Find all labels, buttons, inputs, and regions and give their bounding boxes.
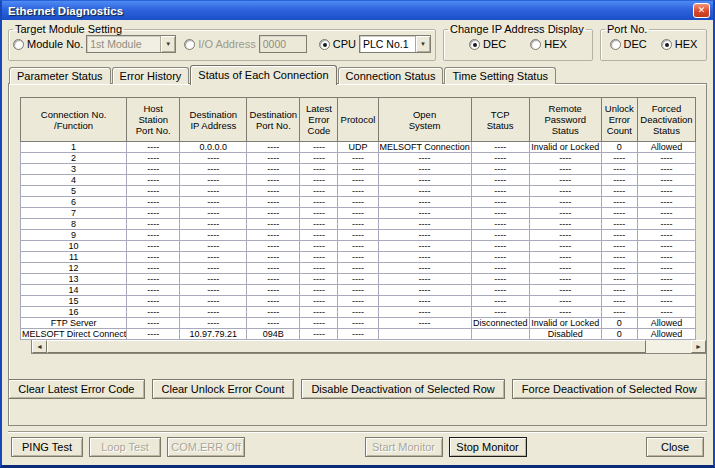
loop-test-button[interactable]: Loop Test <box>89 437 161 457</box>
start-monitor-button[interactable]: Start Monitor <box>365 437 443 457</box>
radio-ip-dec[interactable]: DEC <box>469 38 506 50</box>
table-cell: ---- <box>378 318 471 329</box>
tab-error-history[interactable]: Error History <box>112 67 190 84</box>
table-row[interactable]: 16--------------------------------------… <box>21 307 696 318</box>
table-row[interactable]: 5---------------------------------------… <box>21 186 696 197</box>
column-header: Open System <box>378 98 471 142</box>
table-cell: ---- <box>247 142 300 153</box>
table-cell: ---- <box>601 263 637 274</box>
table-cell: ---- <box>300 164 338 175</box>
table-row[interactable]: 14--------------------------------------… <box>21 285 696 296</box>
chevron-down-icon[interactable]: ▼ <box>415 36 430 52</box>
tab-time-setting-status[interactable]: Time Setting Status <box>444 67 556 84</box>
table-row[interactable]: 6---------------------------------------… <box>21 197 696 208</box>
table-row[interactable]: 2---------------------------------------… <box>21 153 696 164</box>
table-cell: ---- <box>601 164 637 175</box>
tab-strip: Parameter Status Error History Status of… <box>8 65 707 84</box>
scroll-left-icon[interactable]: ◄ <box>32 340 47 353</box>
table-cell: ---- <box>471 307 529 318</box>
table-cell: 7 <box>21 208 127 219</box>
title-bar[interactable]: Ethernet Diagnostics ✕ <box>2 1 713 20</box>
table-cell: Disabled <box>529 329 601 340</box>
stop-monitor-button[interactable]: Stop Monitor <box>449 437 527 457</box>
connection-table-body: 1----0.0.0.0--------UDPMELSOFT Connectio… <box>21 142 696 340</box>
radio-ip-hex[interactable]: HEX <box>530 38 567 50</box>
table-cell: ---- <box>637 219 695 230</box>
table-cell: ---- <box>529 175 601 186</box>
radio-cpu[interactable]: CPU <box>319 38 356 50</box>
table-cell: Allowed <box>637 329 695 340</box>
monitor-buttons-group: Start Monitor Stop Monitor <box>365 437 527 457</box>
ip-display-options: DEC HEX <box>448 35 588 53</box>
table-row[interactable]: 15--------------------------------------… <box>21 296 696 307</box>
table-cell: 3 <box>21 164 127 175</box>
radio-module-no[interactable]: Module No. <box>13 38 83 50</box>
tab-connection-status[interactable]: Connection Status <box>338 67 444 84</box>
radio-io-address[interactable]: I/O Address <box>184 38 255 50</box>
close-button[interactable]: ✕ <box>693 3 710 18</box>
table-cell: ---- <box>601 208 637 219</box>
table-cell: ---- <box>378 197 471 208</box>
table-cell: ---- <box>127 219 180 230</box>
table-cell: 16 <box>21 307 127 318</box>
table-cell: ---- <box>247 175 300 186</box>
table-cell: ---- <box>378 252 471 263</box>
com-err-off-button[interactable]: COM.ERR Off <box>167 437 245 457</box>
table-row[interactable]: 9---------------------------------------… <box>21 230 696 241</box>
tab-parameter-status[interactable]: Parameter Status <box>9 67 111 84</box>
table-cell: ---- <box>471 142 529 153</box>
table-cell: ---- <box>529 263 601 274</box>
clear-unlock-error-count-button[interactable]: Clear Unlock Error Count <box>152 379 295 399</box>
table-cell: ---- <box>180 296 247 307</box>
table-header-row: Connection No. /Function Host Station Po… <box>21 98 696 142</box>
table-cell: ---- <box>529 252 601 263</box>
table-row[interactable]: 8---------------------------------------… <box>21 219 696 230</box>
table-cell: ---- <box>300 274 338 285</box>
table-cell: ---- <box>529 241 601 252</box>
table-cell: ---- <box>127 208 180 219</box>
table-cell: ---- <box>471 274 529 285</box>
table-cell: ---- <box>247 186 300 197</box>
force-deactivation-button[interactable]: Force Deactivation of Selected Row <box>512 379 707 399</box>
table-row[interactable]: 11--------------------------------------… <box>21 252 696 263</box>
table-row[interactable]: MELSOFT Direct Connection----10.97.79.21… <box>21 329 696 340</box>
scroll-right-icon[interactable]: ► <box>691 340 706 353</box>
table-row[interactable]: 12--------------------------------------… <box>21 263 696 274</box>
ping-test-button[interactable]: PING Test <box>11 437 83 457</box>
table-cell: ---- <box>300 208 338 219</box>
cpu-select[interactable]: PLC No.1 ▼ <box>359 35 431 53</box>
table-row[interactable]: 4---------------------------------------… <box>21 175 696 186</box>
table-cell: ---- <box>601 230 637 241</box>
table-row[interactable]: 13--------------------------------------… <box>21 274 696 285</box>
table-row[interactable]: FTP Server------------------------Discon… <box>21 318 696 329</box>
table-row[interactable]: 7---------------------------------------… <box>21 208 696 219</box>
tab-status-of-each-connection[interactable]: Status of Each Connection <box>190 65 336 85</box>
io-address-input[interactable]: 0000 <box>259 35 307 53</box>
table-cell: ---- <box>338 186 378 197</box>
table-row[interactable]: 3---------------------------------------… <box>21 164 696 175</box>
table-cell: ---- <box>127 142 180 153</box>
table-cell: ---- <box>338 252 378 263</box>
disable-deactivation-button[interactable]: Disable Deactivation of Selected Row <box>301 379 504 399</box>
table-cell: ---- <box>529 285 601 296</box>
radio-port-dec[interactable]: DEC <box>610 38 647 50</box>
column-header: TCP Status <box>471 98 529 142</box>
table-cell: UDP <box>338 142 378 153</box>
table-row[interactable]: 1----0.0.0.0--------UDPMELSOFT Connectio… <box>21 142 696 153</box>
table-cell: ---- <box>127 186 180 197</box>
ethernet-diagnostics-dialog: Ethernet Diagnostics ✕ Target Module Set… <box>0 0 715 468</box>
radio-icon <box>661 39 672 50</box>
clear-latest-error-code-button[interactable]: Clear Latest Error Code <box>8 379 144 399</box>
horizontal-scrollbar[interactable]: ◄ ► <box>31 340 707 354</box>
close-dialog-button[interactable]: Close <box>646 437 704 457</box>
radio-port-hex[interactable]: HEX <box>661 38 698 50</box>
chevron-down-icon[interactable]: ▼ <box>160 36 175 52</box>
scrollbar-thumb[interactable] <box>47 340 646 353</box>
module-no-select[interactable]: 1st Module ▼ <box>86 35 176 53</box>
table-cell: ---- <box>637 197 695 208</box>
scrollbar-track[interactable] <box>47 340 691 353</box>
table-cell: 0.0.0.0 <box>180 142 247 153</box>
table-row[interactable]: 10--------------------------------------… <box>21 241 696 252</box>
table-cell: ---- <box>127 197 180 208</box>
table-cell: ---- <box>300 219 338 230</box>
